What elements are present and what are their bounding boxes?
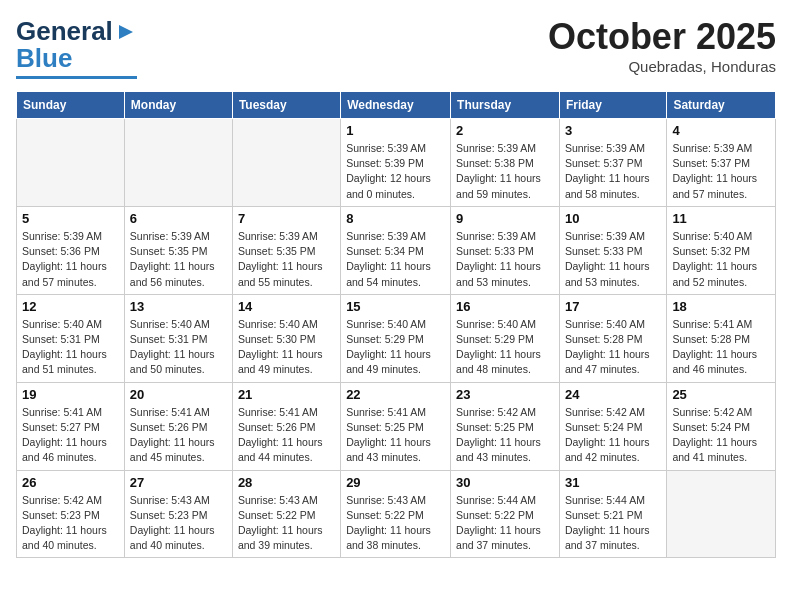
day-number: 6 [130, 211, 227, 226]
day-info: Sunrise: 5:40 AMSunset: 5:31 PMDaylight:… [130, 317, 227, 378]
calendar-cell: 24Sunrise: 5:42 AMSunset: 5:24 PMDayligh… [559, 382, 666, 470]
calendar-cell [667, 470, 776, 558]
day-info: Sunrise: 5:41 AMSunset: 5:26 PMDaylight:… [238, 405, 335, 466]
day-number: 8 [346, 211, 445, 226]
day-number: 2 [456, 123, 554, 138]
day-number: 9 [456, 211, 554, 226]
month-title: October 2025 [548, 16, 776, 58]
calendar-cell: 29Sunrise: 5:43 AMSunset: 5:22 PMDayligh… [341, 470, 451, 558]
day-info: Sunrise: 5:42 AMSunset: 5:24 PMDaylight:… [672, 405, 770, 466]
calendar-cell: 22Sunrise: 5:41 AMSunset: 5:25 PMDayligh… [341, 382, 451, 470]
calendar-cell: 4Sunrise: 5:39 AMSunset: 5:37 PMDaylight… [667, 119, 776, 207]
day-number: 21 [238, 387, 335, 402]
calendar-cell: 5Sunrise: 5:39 AMSunset: 5:36 PMDaylight… [17, 206, 125, 294]
calendar-cell: 31Sunrise: 5:44 AMSunset: 5:21 PMDayligh… [559, 470, 666, 558]
day-info: Sunrise: 5:42 AMSunset: 5:23 PMDaylight:… [22, 493, 119, 554]
day-info: Sunrise: 5:43 AMSunset: 5:23 PMDaylight:… [130, 493, 227, 554]
calendar-cell: 9Sunrise: 5:39 AMSunset: 5:33 PMDaylight… [451, 206, 560, 294]
calendar-cell: 16Sunrise: 5:40 AMSunset: 5:29 PMDayligh… [451, 294, 560, 382]
calendar-cell: 1Sunrise: 5:39 AMSunset: 5:39 PMDaylight… [341, 119, 451, 207]
week-row-4: 19Sunrise: 5:41 AMSunset: 5:27 PMDayligh… [17, 382, 776, 470]
weekday-thursday: Thursday [451, 92, 560, 119]
day-number: 19 [22, 387, 119, 402]
day-number: 28 [238, 475, 335, 490]
day-number: 7 [238, 211, 335, 226]
calendar-cell: 10Sunrise: 5:39 AMSunset: 5:33 PMDayligh… [559, 206, 666, 294]
day-number: 25 [672, 387, 770, 402]
logo: General Blue [16, 16, 137, 79]
day-info: Sunrise: 5:44 AMSunset: 5:22 PMDaylight:… [456, 493, 554, 554]
day-number: 24 [565, 387, 661, 402]
day-info: Sunrise: 5:40 AMSunset: 5:29 PMDaylight:… [456, 317, 554, 378]
day-number: 26 [22, 475, 119, 490]
calendar-cell: 2Sunrise: 5:39 AMSunset: 5:38 PMDaylight… [451, 119, 560, 207]
calendar-cell: 13Sunrise: 5:40 AMSunset: 5:31 PMDayligh… [124, 294, 232, 382]
day-info: Sunrise: 5:39 AMSunset: 5:36 PMDaylight:… [22, 229, 119, 290]
calendar-cell: 23Sunrise: 5:42 AMSunset: 5:25 PMDayligh… [451, 382, 560, 470]
weekday-sunday: Sunday [17, 92, 125, 119]
day-info: Sunrise: 5:39 AMSunset: 5:39 PMDaylight:… [346, 141, 445, 202]
day-info: Sunrise: 5:39 AMSunset: 5:35 PMDaylight:… [130, 229, 227, 290]
week-row-5: 26Sunrise: 5:42 AMSunset: 5:23 PMDayligh… [17, 470, 776, 558]
calendar-cell: 19Sunrise: 5:41 AMSunset: 5:27 PMDayligh… [17, 382, 125, 470]
calendar-cell: 26Sunrise: 5:42 AMSunset: 5:23 PMDayligh… [17, 470, 125, 558]
day-info: Sunrise: 5:39 AMSunset: 5:33 PMDaylight:… [565, 229, 661, 290]
svg-marker-0 [119, 25, 133, 39]
calendar-cell: 25Sunrise: 5:42 AMSunset: 5:24 PMDayligh… [667, 382, 776, 470]
calendar-cell [17, 119, 125, 207]
page-header: General Blue October 2025 Quebradas, Hon… [16, 16, 776, 79]
day-number: 23 [456, 387, 554, 402]
weekday-header-row: SundayMondayTuesdayWednesdayThursdayFrid… [17, 92, 776, 119]
day-info: Sunrise: 5:41 AMSunset: 5:25 PMDaylight:… [346, 405, 445, 466]
day-info: Sunrise: 5:40 AMSunset: 5:32 PMDaylight:… [672, 229, 770, 290]
logo-arrow-icon [115, 21, 137, 43]
day-info: Sunrise: 5:41 AMSunset: 5:28 PMDaylight:… [672, 317, 770, 378]
day-number: 3 [565, 123, 661, 138]
day-number: 30 [456, 475, 554, 490]
day-info: Sunrise: 5:39 AMSunset: 5:37 PMDaylight:… [672, 141, 770, 202]
day-number: 11 [672, 211, 770, 226]
weekday-wednesday: Wednesday [341, 92, 451, 119]
day-info: Sunrise: 5:41 AMSunset: 5:26 PMDaylight:… [130, 405, 227, 466]
weekday-monday: Monday [124, 92, 232, 119]
day-number: 17 [565, 299, 661, 314]
day-number: 13 [130, 299, 227, 314]
weekday-friday: Friday [559, 92, 666, 119]
day-number: 27 [130, 475, 227, 490]
calendar-cell [232, 119, 340, 207]
day-info: Sunrise: 5:39 AMSunset: 5:35 PMDaylight:… [238, 229, 335, 290]
week-row-1: 1Sunrise: 5:39 AMSunset: 5:39 PMDaylight… [17, 119, 776, 207]
day-info: Sunrise: 5:39 AMSunset: 5:33 PMDaylight:… [456, 229, 554, 290]
day-info: Sunrise: 5:43 AMSunset: 5:22 PMDaylight:… [346, 493, 445, 554]
day-number: 12 [22, 299, 119, 314]
calendar-cell: 30Sunrise: 5:44 AMSunset: 5:22 PMDayligh… [451, 470, 560, 558]
calendar-cell: 14Sunrise: 5:40 AMSunset: 5:30 PMDayligh… [232, 294, 340, 382]
subtitle: Quebradas, Honduras [548, 58, 776, 75]
calendar-body: 1Sunrise: 5:39 AMSunset: 5:39 PMDaylight… [17, 119, 776, 558]
day-info: Sunrise: 5:39 AMSunset: 5:38 PMDaylight:… [456, 141, 554, 202]
day-info: Sunrise: 5:43 AMSunset: 5:22 PMDaylight:… [238, 493, 335, 554]
day-info: Sunrise: 5:40 AMSunset: 5:30 PMDaylight:… [238, 317, 335, 378]
calendar-cell: 17Sunrise: 5:40 AMSunset: 5:28 PMDayligh… [559, 294, 666, 382]
calendar-cell: 3Sunrise: 5:39 AMSunset: 5:37 PMDaylight… [559, 119, 666, 207]
day-number: 14 [238, 299, 335, 314]
day-info: Sunrise: 5:42 AMSunset: 5:25 PMDaylight:… [456, 405, 554, 466]
day-number: 31 [565, 475, 661, 490]
calendar-cell: 20Sunrise: 5:41 AMSunset: 5:26 PMDayligh… [124, 382, 232, 470]
calendar-table: SundayMondayTuesdayWednesdayThursdayFrid… [16, 91, 776, 558]
calendar-cell: 15Sunrise: 5:40 AMSunset: 5:29 PMDayligh… [341, 294, 451, 382]
title-block: October 2025 Quebradas, Honduras [548, 16, 776, 75]
day-number: 10 [565, 211, 661, 226]
day-info: Sunrise: 5:44 AMSunset: 5:21 PMDaylight:… [565, 493, 661, 554]
day-number: 5 [22, 211, 119, 226]
week-row-2: 5Sunrise: 5:39 AMSunset: 5:36 PMDaylight… [17, 206, 776, 294]
day-number: 15 [346, 299, 445, 314]
calendar-cell: 12Sunrise: 5:40 AMSunset: 5:31 PMDayligh… [17, 294, 125, 382]
day-number: 4 [672, 123, 770, 138]
weekday-tuesday: Tuesday [232, 92, 340, 119]
day-info: Sunrise: 5:40 AMSunset: 5:31 PMDaylight:… [22, 317, 119, 378]
logo-underline [16, 76, 137, 79]
calendar-cell: 8Sunrise: 5:39 AMSunset: 5:34 PMDaylight… [341, 206, 451, 294]
day-info: Sunrise: 5:40 AMSunset: 5:28 PMDaylight:… [565, 317, 661, 378]
calendar-cell: 18Sunrise: 5:41 AMSunset: 5:28 PMDayligh… [667, 294, 776, 382]
